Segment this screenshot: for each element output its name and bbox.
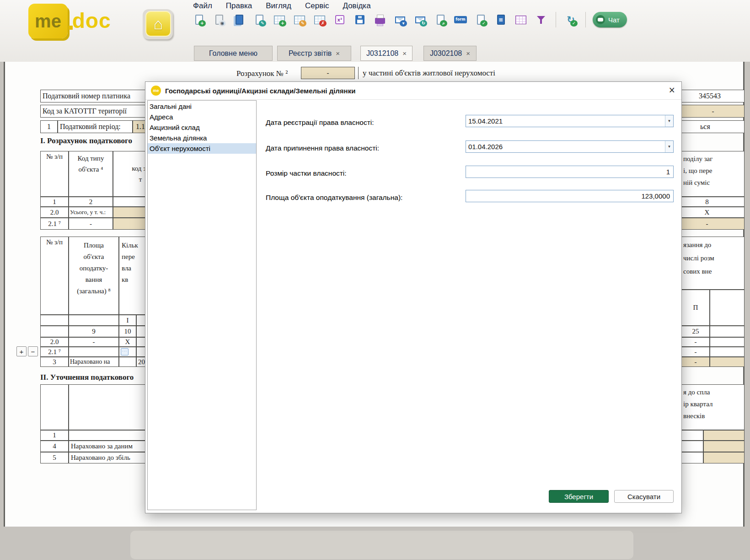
tab-close-icon[interactable]: × <box>402 49 407 57</box>
icon-glyph: ⌕ <box>440 20 447 27</box>
menu-view[interactable]: Вигляд <box>265 0 292 11</box>
ownership-share-input[interactable] <box>466 166 674 178</box>
menu-service[interactable]: Сервіс <box>304 0 330 11</box>
dialog-titlebar: me Господарські одиниці/Акцизні склади/З… <box>145 82 681 100</box>
add-row-icon[interactable]: + <box>272 12 287 27</box>
preview-icon[interactable]: ◉ <box>211 12 227 27</box>
t2-colnum-9: 9 <box>69 326 119 337</box>
medoc-logo-text: doc <box>72 8 111 33</box>
t2-row1-no: 2.0 <box>40 337 69 347</box>
menu-file[interactable]: Файл <box>192 0 213 11</box>
t2-header-no: № з/п <box>40 237 69 315</box>
t3-right-r3-value[interactable] <box>703 452 745 463</box>
t1-right-colnum: 8 <box>681 197 745 207</box>
tab-label: Головне меню <box>209 49 257 58</box>
dialog-nav-excise-warehouse[interactable]: Акцизний склад <box>148 122 256 133</box>
toolbar-separator <box>585 12 586 27</box>
background-panel <box>130 531 633 559</box>
icon-shape <box>536 15 546 24</box>
new-report-icon[interactable]: + <box>191 12 207 27</box>
tab-main-menu[interactable]: Головне меню <box>194 46 273 61</box>
dialog-nav-real-estate[interactable]: Об'єкт нерухомості <box>148 143 256 154</box>
tab-j0302108[interactable]: J0302108× <box>423 46 477 61</box>
t2-row2-browse-button[interactable] <box>121 348 129 355</box>
t3-right-r1-value[interactable] <box>703 430 745 441</box>
t3-right-r2-value[interactable] <box>703 441 745 452</box>
form-icon[interactable]: form <box>453 12 468 27</box>
registration-date-field <box>466 115 674 127</box>
t2-right-r3-empty[interactable] <box>710 357 745 367</box>
send-receive-icon[interactable]: ↻ <box>412 12 428 27</box>
medoc-mini-logo-icon: me <box>151 86 161 96</box>
add-row-button[interactable]: + <box>16 346 27 356</box>
t3-colnum-1: 1 <box>40 430 69 441</box>
formula-x2-icon[interactable]: x² <box>332 12 348 27</box>
chat-button[interactable]: Чат <box>593 12 627 27</box>
document-sections-icon[interactable]: ≡ <box>493 12 509 27</box>
t3-right-r1-empty <box>681 430 703 441</box>
table-calc-icon[interactable] <box>513 12 529 27</box>
t2-right-colnum-empty <box>710 326 745 337</box>
print-icon[interactable] <box>372 12 388 27</box>
t2-right-r3-dash[interactable]: - <box>681 357 710 367</box>
dialog-nav-general-data[interactable]: Загальні дані <box>148 101 256 112</box>
verify-document-icon[interactable]: ✓ <box>473 12 488 27</box>
t1-right-dash-cell[interactable]: - <box>681 218 745 230</box>
dropdown-arrow-icon[interactable] <box>665 115 673 127</box>
dialog-close-icon[interactable]: × <box>669 84 675 96</box>
dialog-nav-address[interactable]: Адреса <box>148 112 256 122</box>
taxable-area-input[interactable] <box>466 190 674 202</box>
registration-date-input[interactable] <box>466 115 674 127</box>
copy-report-icon[interactable] <box>231 12 247 27</box>
cancel-button[interactable]: Скасувати <box>614 490 674 503</box>
t1-row1-label: Усього, у т. ч.: <box>69 207 113 218</box>
payer-number-value-cell[interactable]: 345543 <box>681 90 745 102</box>
tab-report-registry[interactable]: Реєстр звітів× <box>277 46 351 61</box>
icon-badge: ✓ <box>570 20 578 27</box>
t3-header-no <box>40 384 69 430</box>
remove-row-button[interactable]: − <box>28 346 38 356</box>
home-button[interactable]: ⌂ <box>145 11 171 37</box>
icon-glyph: ▾ <box>400 20 407 27</box>
t2-right-header-fragment: язання до числі розм сових вне <box>681 237 745 290</box>
t2-right-r2-empty <box>710 347 745 357</box>
icon-shape <box>375 18 385 24</box>
sync-status-icon[interactable]: ↻✓ <box>563 12 579 27</box>
find-document-icon[interactable]: ⌕ <box>433 12 448 27</box>
termination-date-input[interactable] <box>466 140 674 153</box>
t1-colnum-2: 2 <box>69 197 113 207</box>
t2-subheader-empty1 <box>40 315 69 326</box>
tab-close-icon[interactable]: × <box>466 49 470 57</box>
save-icon[interactable] <box>352 12 368 27</box>
import-icon[interactable]: ▾ <box>392 12 408 27</box>
taxable-area-label: Площа об'єкта оподаткування (загальна): <box>266 194 402 202</box>
icon-glyph: ✗ <box>319 20 327 27</box>
menu-edit[interactable]: Правка <box>225 0 253 11</box>
calc-number-field[interactable]: - <box>301 67 355 79</box>
menu-bar: Файл Правка Вигляд Сервіс Довідка <box>192 0 372 11</box>
edit-table-icon[interactable]: ✎ <box>292 12 307 27</box>
edit-report-icon[interactable]: ✎ <box>252 12 267 27</box>
dialog-nav-panel: Загальні дані Адреса Акцизний склад Земе… <box>147 100 257 510</box>
t1-row1-no: 2.0 <box>40 207 69 218</box>
katottg-value-cell[interactable]: - <box>681 105 745 118</box>
menu-help[interactable]: Довідка <box>342 0 371 11</box>
icon-glyph: x² <box>335 15 344 24</box>
t1-right-header-fragment: поділу заг і, що пере ній суміс <box>681 151 745 197</box>
toolbar: + ◉ ✎ + ✎ ✗ x² ▾ ↻ ⌕ form ✓ ≡ ↻✓ Чат <box>191 12 627 27</box>
delete-report-icon[interactable]: ✗ <box>312 12 327 27</box>
dropdown-arrow-icon[interactable] <box>665 141 673 152</box>
tab-j0312108[interactable]: J0312108× <box>360 46 412 61</box>
save-button[interactable]: Зберегти <box>549 490 609 503</box>
section2-heading: ІІ. Уточнення податкового <box>40 373 134 382</box>
t3-right-header-fragment: я до спла ір квартал внесків <box>681 384 745 430</box>
chat-bubble-icon <box>596 15 605 24</box>
filter-icon[interactable] <box>533 12 549 27</box>
icon-shape <box>515 16 526 24</box>
t1-right-x-cell: X <box>681 207 745 218</box>
t3-row2-no: 4 <box>40 441 69 452</box>
t2-subheader-empty2 <box>69 315 119 326</box>
tab-close-icon[interactable]: × <box>336 49 340 57</box>
icon-shape <box>355 15 364 24</box>
dialog-nav-land-plot[interactable]: Земельна ділянка <box>148 133 256 143</box>
